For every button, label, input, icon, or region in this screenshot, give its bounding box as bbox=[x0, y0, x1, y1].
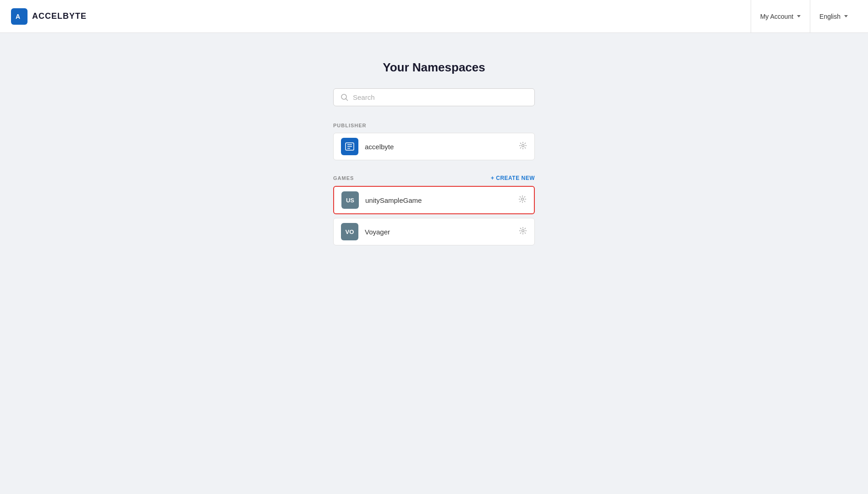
search-icon bbox=[341, 94, 348, 101]
search-input[interactable] bbox=[353, 93, 527, 101]
my-account-chevron-icon bbox=[797, 15, 801, 17]
create-new-label: + CREATE NEW bbox=[491, 175, 535, 181]
main-content: Your Namespaces PUBLISHER acce bbox=[0, 33, 868, 288]
games-section: GAMES + CREATE NEW US unitySampleGame VO… bbox=[333, 175, 535, 249]
publisher-section-header: PUBLISHER bbox=[333, 123, 535, 128]
svg-line-3 bbox=[346, 98, 348, 100]
create-new-button[interactable]: + CREATE NEW bbox=[491, 175, 535, 181]
search-box bbox=[333, 88, 535, 106]
game-name-voyager: Voyager bbox=[365, 228, 519, 236]
games-section-label: GAMES bbox=[333, 175, 354, 181]
game-name-unitysamplegame: unitySampleGame bbox=[365, 196, 518, 204]
accelbyte-logo-icon: A bbox=[11, 8, 27, 25]
svg-point-9 bbox=[522, 198, 524, 200]
publisher-section: PUBLISHER accelbyte bbox=[333, 123, 535, 164]
my-account-button[interactable]: My Account bbox=[751, 0, 810, 33]
page-title: Your Namespaces bbox=[383, 60, 485, 75]
publisher-item-accelbyte[interactable]: accelbyte bbox=[333, 133, 535, 160]
game-settings-icon-vo[interactable] bbox=[519, 227, 527, 237]
svg-text:A: A bbox=[16, 13, 20, 20]
my-account-label: My Account bbox=[760, 13, 793, 20]
svg-point-10 bbox=[522, 229, 524, 232]
logo-text: ACCELBYTE bbox=[32, 11, 87, 21]
language-chevron-icon bbox=[844, 15, 848, 17]
game-avatar-vo: VO bbox=[341, 223, 358, 240]
language-button[interactable]: English bbox=[810, 0, 857, 33]
logo-area: A ACCELBYTE bbox=[11, 8, 87, 25]
publisher-name: accelbyte bbox=[365, 143, 519, 151]
game-settings-icon-us[interactable] bbox=[518, 195, 527, 206]
language-label: English bbox=[819, 13, 841, 20]
svg-point-8 bbox=[522, 144, 524, 147]
publisher-avatar bbox=[341, 138, 358, 155]
publisher-settings-icon[interactable] bbox=[519, 141, 527, 152]
header-right: My Account English bbox=[751, 0, 857, 33]
game-item-unitysamplegame[interactable]: US unitySampleGame bbox=[333, 186, 535, 214]
search-container bbox=[333, 88, 535, 106]
game-item-voyager[interactable]: VO Voyager bbox=[333, 218, 535, 245]
games-section-header: GAMES + CREATE NEW bbox=[333, 175, 535, 181]
publisher-section-label: PUBLISHER bbox=[333, 123, 367, 128]
header: A ACCELBYTE My Account English bbox=[0, 0, 868, 33]
game-avatar-us: US bbox=[341, 191, 359, 209]
